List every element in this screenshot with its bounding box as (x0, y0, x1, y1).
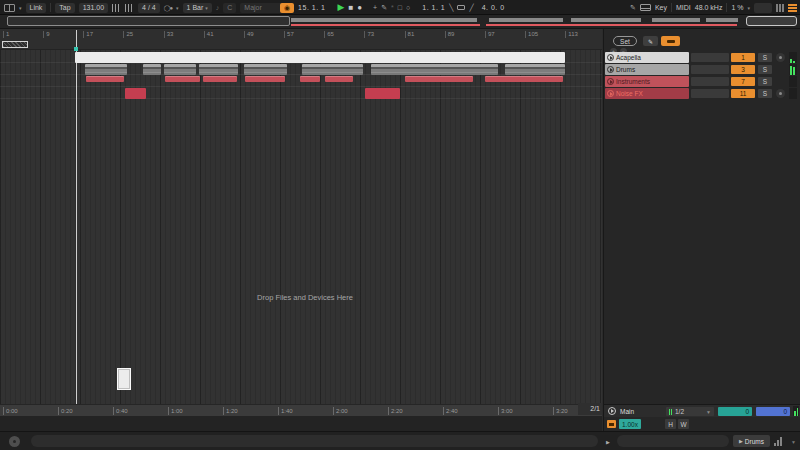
capture-midi-icon[interactable]: □ (398, 3, 402, 12)
clip-view-fold-icon[interactable]: ▶ (606, 439, 610, 445)
scale-root-field[interactable]: C (223, 3, 236, 13)
track-name-plate[interactable]: Instruments (605, 76, 689, 87)
draw-mode-toggle[interactable]: ✎ (643, 36, 658, 46)
overview-viewport[interactable] (7, 16, 290, 26)
session-record-icon[interactable]: ○ (406, 3, 410, 12)
cue-volume-field[interactable]: 0 (718, 407, 752, 416)
tap-tempo-button[interactable]: Tap (55, 3, 74, 13)
grid-value-menu[interactable]: 1/2▼ (666, 407, 714, 416)
clip-instruments[interactable] (245, 76, 285, 82)
scale-icon[interactable]: ♪ (216, 3, 220, 12)
speed-icon[interactable] (607, 420, 616, 428)
track-lane-drums[interactable] (0, 64, 602, 75)
routing-box[interactable] (691, 77, 729, 86)
track-unfold-icon[interactable] (607, 90, 614, 97)
solo-button[interactable]: S (758, 65, 772, 74)
arm-button[interactable] (776, 53, 785, 62)
track-lane-acapella[interactable] (0, 52, 602, 63)
optimize-height-button[interactable]: H (665, 419, 676, 429)
play-button[interactable]: ▶ (337, 3, 344, 12)
clip-instruments[interactable] (405, 76, 473, 82)
time-signature-field[interactable]: 4 / 4 (138, 3, 160, 13)
overdub-icon[interactable]: + (373, 3, 377, 12)
clip-instruments[interactable] (86, 76, 124, 82)
arrangement-overview[interactable] (0, 15, 800, 29)
track-unfold-icon[interactable] (607, 66, 614, 73)
track-name-plate[interactable]: Noise FX (605, 88, 689, 99)
loop-switch-icon[interactable] (457, 5, 465, 10)
arrangement-position-display[interactable]: 15. 1. 1 (298, 4, 325, 11)
clip-instruments[interactable] (165, 76, 200, 82)
clip-drums[interactable] (143, 64, 161, 75)
clip-drums[interactable] (244, 64, 287, 75)
bar-ruler[interactable]: 191725334149576573818997105113 (0, 29, 602, 50)
midi-map-button[interactable]: MIDI (676, 4, 691, 11)
computer-midi-keyboard-icon[interactable] (640, 4, 651, 11)
track-name-plate[interactable]: Acapella (605, 52, 689, 63)
back-to-arrangement-button[interactable] (661, 36, 680, 46)
clip-instruments[interactable] (300, 76, 320, 82)
clip-noise-fx[interactable] (365, 88, 400, 99)
clip-drums[interactable] (371, 64, 498, 75)
track-unfold-icon[interactable] (607, 54, 614, 61)
solo-button[interactable]: S (758, 77, 772, 86)
input-channel-box[interactable]: 3 (731, 65, 755, 74)
record-button[interactable]: ● (357, 3, 362, 12)
selected-empty-clip[interactable] (117, 368, 131, 390)
clip-instruments[interactable] (485, 76, 563, 82)
clip-drums[interactable] (505, 64, 565, 75)
stop-button[interactable]: ■ (348, 3, 353, 12)
output-meter-icon[interactable] (774, 437, 786, 446)
routing-box[interactable] (691, 53, 729, 62)
nudge-up-button[interactable] (125, 4, 134, 12)
optimize-width-button[interactable]: W (678, 419, 689, 429)
clip-instruments[interactable] (203, 76, 237, 82)
clip-acapella[interactable] (75, 52, 565, 63)
draw-mode-icon[interactable]: ✎ (630, 3, 636, 12)
scale-name-field[interactable]: Major (240, 3, 282, 13)
cpu-caret[interactable]: ▾ (747, 5, 750, 11)
time-ruler[interactable]: 0:000:200:401:001:201:402:002:202:403:00… (0, 404, 602, 416)
track-lane-instruments[interactable] (0, 76, 602, 87)
follow-button[interactable]: ◉ (280, 3, 294, 13)
main-unfold-icon[interactable] (608, 407, 616, 415)
clip-drums[interactable] (302, 64, 363, 75)
link-button[interactable]: Link (26, 3, 47, 13)
routing-box[interactable] (691, 89, 729, 98)
input-channel-box[interactable]: 11 (731, 89, 755, 98)
routing-box[interactable] (691, 65, 729, 74)
layout-menu-icon[interactable] (4, 4, 15, 12)
set-button[interactable]: Set (613, 36, 637, 46)
solo-button[interactable]: S (758, 53, 772, 62)
layout-menu-caret[interactable]: ▾ (19, 5, 22, 11)
loop-length-display[interactable]: 4. 0. 0 (482, 4, 505, 11)
meter-caret-icon[interactable]: ▼ (791, 439, 796, 445)
main-volume-field[interactable]: 0 (756, 407, 790, 416)
arrangement-grid[interactable]: Drop Files and Devices Here (0, 50, 602, 404)
quantize-menu[interactable]: 1 Bar ▾ (183, 3, 212, 13)
key-map-button[interactable]: Key (655, 4, 667, 11)
loop-start-display[interactable]: 1. 1. 1 (422, 4, 445, 11)
clip-drums[interactable] (85, 64, 127, 75)
nudge-down-button[interactable] (112, 4, 121, 12)
info-icon[interactable] (9, 436, 20, 447)
playback-speed-field[interactable]: 1.00x (619, 419, 641, 429)
loop-brace[interactable] (2, 41, 28, 48)
tempo-field[interactable]: 131.00 (79, 3, 108, 13)
main-track-name[interactable]: Main (620, 408, 634, 415)
punch-in-icon[interactable]: ╲ (449, 3, 453, 12)
track-lane-noise-fx[interactable] (0, 88, 602, 99)
selected-track-button[interactable]: ▶ Drums (733, 435, 770, 447)
clip-drums[interactable] (199, 64, 238, 75)
metronome-caret[interactable]: ▾ (176, 5, 179, 11)
track-unfold-icon[interactable] (607, 78, 614, 85)
solo-button[interactable]: S (758, 89, 772, 98)
input-channel-box[interactable]: 1 (731, 53, 755, 62)
clip-instruments[interactable] (325, 76, 353, 82)
clip-drums[interactable] (164, 64, 196, 75)
punch-out-icon[interactable]: ╱ (469, 3, 473, 12)
metronome-icon[interactable]: ◯● (164, 4, 172, 11)
input-channel-box[interactable]: 7 (731, 77, 755, 86)
automation-arm-icon[interactable]: ✎ (381, 3, 387, 12)
reenable-automation-icon[interactable]: * (391, 3, 394, 12)
